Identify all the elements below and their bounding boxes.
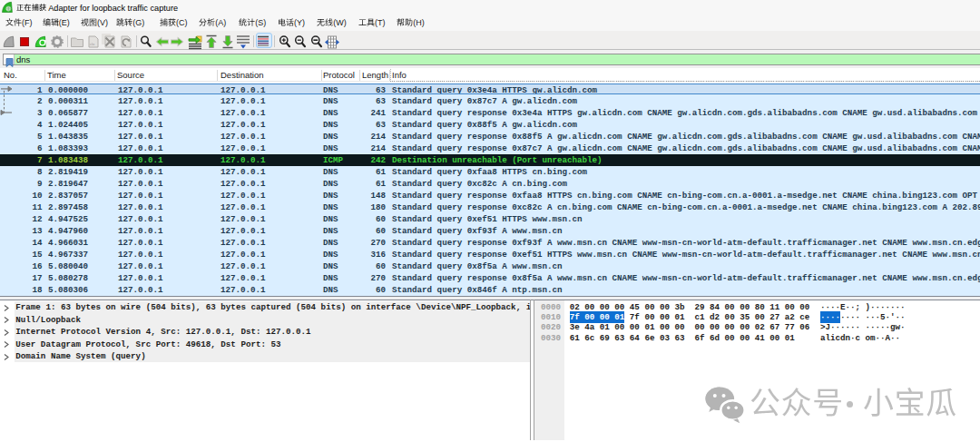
svg-text:clo: clo (90, 42, 95, 46)
